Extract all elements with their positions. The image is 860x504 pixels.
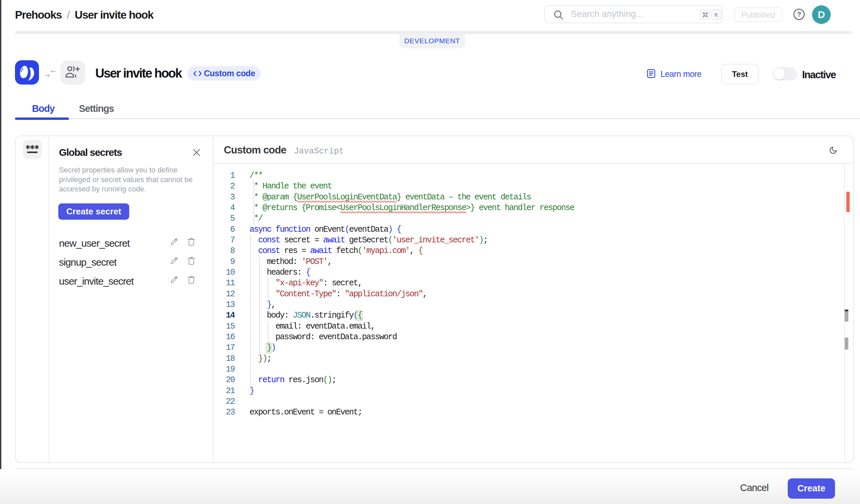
svg-text:?: ? [797, 11, 801, 18]
